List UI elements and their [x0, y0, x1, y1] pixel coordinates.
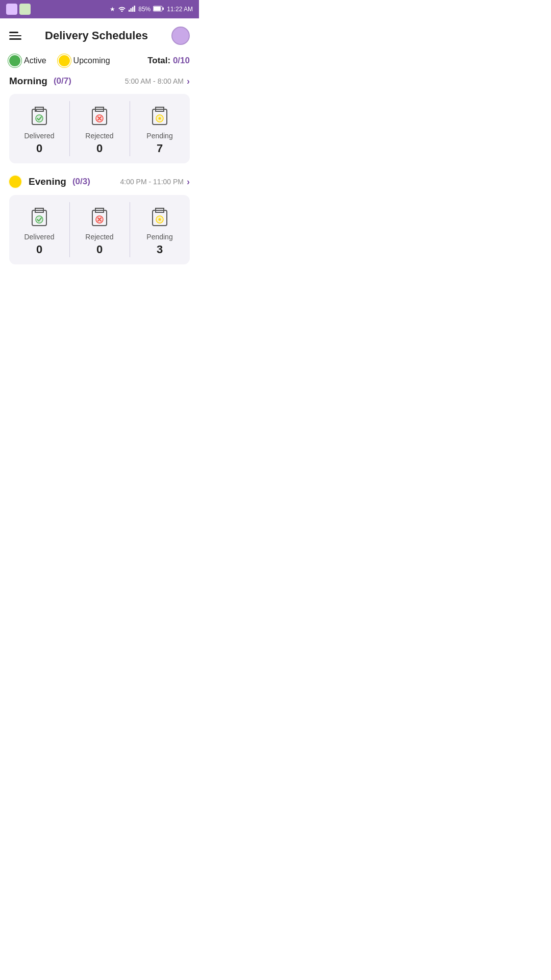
total-value: 0/10 — [173, 56, 190, 65]
morning-delivered-label: Delivered — [24, 132, 54, 140]
page-title: Delivery Schedules — [45, 29, 148, 42]
active-label: Active — [24, 56, 46, 65]
rejected-icon — [87, 103, 112, 128]
morning-time: 5:00 AM - 8:00 AM — [125, 77, 184, 85]
upcoming-dot — [59, 55, 70, 66]
avatar[interactable] — [171, 27, 190, 45]
morning-count: (0/7) — [54, 76, 71, 86]
evening-rejected-item: Rejected 0 — [69, 195, 130, 264]
status-bar-right: ★ 85% 11:22 AM — [110, 6, 193, 13]
evening-stats-card: Delivered 0 Rejected 0 Pendi — [9, 195, 190, 264]
upcoming-label: Upcoming — [73, 56, 110, 65]
evening-delivered-icon — [27, 204, 52, 229]
total-display: Total: 0/10 — [147, 56, 190, 66]
evening-rejected-value: 0 — [96, 243, 103, 256]
morning-header: Morning (0/7) 5:00 AM - 8:00 AM › — [9, 76, 190, 87]
morning-pending-label: Pending — [146, 132, 172, 140]
morning-delivered-item: Delivered 0 — [9, 94, 69, 163]
svg-point-26 — [159, 218, 161, 221]
evening-time: 4:00 PM - 11:00 PM — [120, 178, 184, 186]
bluetooth-icon: ★ — [110, 6, 115, 13]
svg-rect-6 — [163, 7, 164, 10]
morning-time-wrap[interactable]: 5:00 AM - 8:00 AM › — [125, 76, 190, 87]
active-dot — [9, 55, 20, 66]
morning-section: Morning (0/7) 5:00 AM - 8:00 AM › Delive… — [0, 72, 199, 173]
evening-section: Evening (0/3) 4:00 PM - 11:00 PM › Deliv… — [0, 173, 199, 274]
time-display: 11:22 AM — [167, 6, 193, 13]
status-bar: ★ 85% 11:22 AM — [0, 0, 199, 18]
evening-status-dot — [9, 176, 21, 188]
morning-delivered-value: 0 — [36, 142, 42, 155]
morning-rejected-value: 0 — [96, 142, 103, 155]
evening-pending-item: Pending 3 — [130, 195, 190, 264]
evening-pending-value: 3 — [157, 243, 163, 256]
total-text: Total: — [147, 56, 170, 65]
morning-chevron-icon: › — [187, 76, 190, 87]
delivered-icon — [27, 103, 52, 128]
svg-rect-5 — [154, 7, 161, 11]
evening-rejected-label: Rejected — [85, 233, 113, 241]
evening-delivered-label: Delivered — [24, 233, 54, 241]
morning-title: Morning — [9, 76, 47, 87]
evening-rejected-icon — [87, 204, 112, 229]
morning-pending-item: Pending 7 — [130, 94, 190, 163]
evening-delivered-item: Delivered 0 — [9, 195, 69, 264]
battery-text: 85% — [138, 6, 151, 13]
app-icon-2 — [19, 4, 31, 15]
svg-rect-1 — [131, 8, 132, 12]
svg-rect-2 — [132, 7, 134, 12]
pending-icon — [147, 103, 172, 128]
evening-title-wrap: Evening (0/3) — [9, 176, 90, 188]
legend-upcoming: Upcoming — [59, 55, 110, 66]
status-bar-left — [6, 4, 31, 15]
morning-rejected-item: Rejected 0 — [69, 94, 130, 163]
evening-header: Evening (0/3) 4:00 PM - 11:00 PM › — [9, 176, 190, 188]
evening-delivered-value: 0 — [36, 243, 42, 256]
header: Delivery Schedules — [0, 18, 199, 51]
evening-chevron-icon: › — [187, 177, 190, 187]
morning-title-wrap: Morning (0/7) — [9, 76, 71, 87]
evening-pending-icon — [147, 204, 172, 229]
svg-rect-0 — [129, 10, 130, 12]
morning-rejected-label: Rejected — [85, 132, 113, 140]
legend-row: Active Upcoming Total: 0/10 — [0, 51, 199, 72]
menu-button[interactable] — [9, 32, 21, 40]
evening-title: Evening — [29, 176, 66, 187]
wifi-icon — [118, 6, 126, 13]
legend-active: Active — [9, 55, 46, 66]
evening-time-wrap[interactable]: 4:00 PM - 11:00 PM › — [120, 177, 190, 187]
svg-rect-3 — [134, 6, 136, 12]
evening-count: (0/3) — [72, 177, 90, 187]
morning-stats-card: Delivered 0 Rejected 0 Pendi — [9, 94, 190, 163]
signal-icon — [129, 6, 136, 13]
svg-point-16 — [159, 117, 161, 120]
evening-pending-label: Pending — [146, 233, 172, 241]
app-icon-1 — [6, 4, 17, 15]
battery-icon — [153, 6, 164, 13]
morning-pending-value: 7 — [157, 142, 163, 155]
